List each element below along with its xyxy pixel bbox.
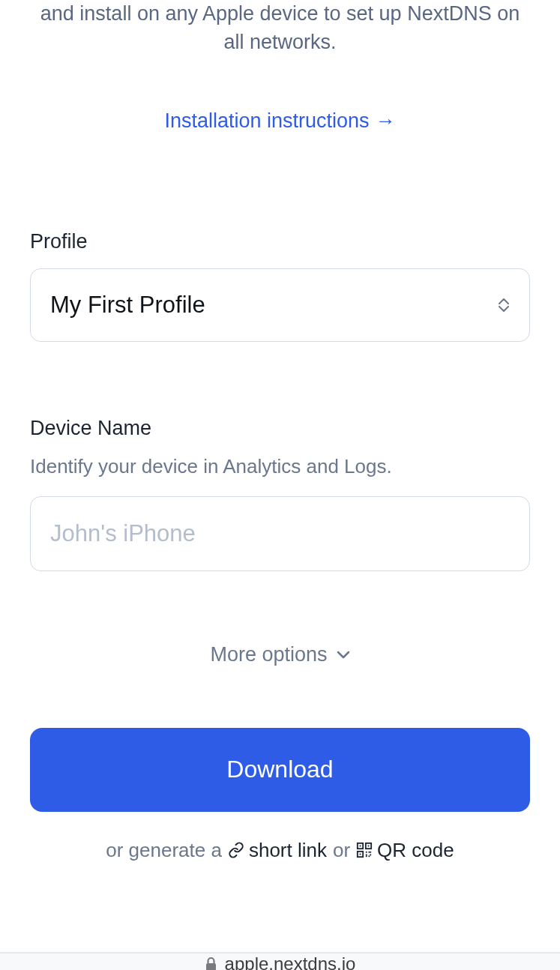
svg-rect-6	[366, 852, 367, 853]
intro-description: and install on any Apple device to set u…	[30, 0, 530, 57]
svg-rect-13	[206, 963, 216, 970]
svg-rect-3	[360, 846, 361, 847]
chevron-down-icon	[337, 650, 350, 659]
qr-code-label: QR code	[377, 839, 454, 862]
svg-rect-5	[360, 854, 361, 855]
device-name-sublabel: Identify your device in Analytics and Lo…	[30, 455, 530, 478]
url-domain: apple.nextdns.io	[225, 954, 356, 970]
more-options-toggle[interactable]: More options	[30, 643, 530, 666]
profile-label: Profile	[30, 230, 530, 253]
svg-rect-7	[369, 852, 370, 853]
svg-rect-8	[366, 855, 367, 856]
short-link-label: short link	[249, 839, 327, 862]
svg-rect-11	[370, 852, 371, 853]
svg-rect-12	[366, 855, 367, 857]
svg-rect-9	[370, 855, 371, 856]
instructions-link-label: Installation instructions	[164, 109, 369, 133]
device-name-input[interactable]	[30, 496, 530, 571]
short-link-button[interactable]: short link	[228, 839, 327, 862]
qr-code-icon	[356, 842, 373, 858]
installation-instructions-link[interactable]: Installation instructions →	[30, 109, 530, 133]
device-name-label: Device Name	[30, 417, 530, 440]
generate-options-row: or generate a short link or	[30, 839, 530, 862]
profile-select[interactable]: My First Profile	[30, 268, 530, 342]
profile-selected-value: My First Profile	[50, 292, 205, 319]
more-options-label: More options	[210, 643, 327, 666]
download-button[interactable]: Download	[30, 728, 530, 812]
arrow-right-icon: →	[376, 109, 396, 133]
generate-or: or	[333, 839, 350, 862]
device-name-section: Device Name Identify your device in Anal…	[30, 417, 530, 571]
profile-section: Profile My First Profile	[30, 230, 530, 342]
generate-prefix: or generate a	[106, 839, 222, 862]
svg-rect-4	[368, 846, 370, 847]
svg-rect-10	[369, 855, 370, 857]
lock-icon	[205, 957, 217, 970]
qr-code-button[interactable]: QR code	[356, 839, 454, 862]
browser-url-bar[interactable]: apple.nextdns.io	[0, 953, 560, 970]
link-icon	[228, 842, 244, 858]
